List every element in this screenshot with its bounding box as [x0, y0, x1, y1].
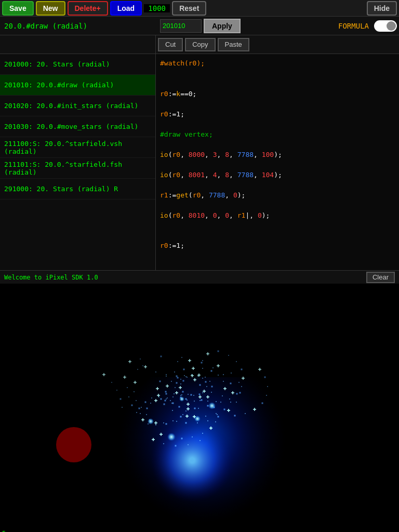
list-item[interactable]: 291000: 20. Stars (radial) R [0, 179, 155, 200]
list-container: 201000: 20. Stars (radial)201010: 20.0.#… [0, 54, 155, 200]
list-item[interactable]: 201000: 20. Stars (radial) [0, 54, 155, 75]
list-item[interactable]: 211101:S: 20.0.^starfield.fsh (radial) [0, 158, 155, 179]
save-button[interactable]: Save [2, 1, 34, 16]
formula-label: FORMULA [338, 22, 369, 30]
status-bar: Welcome to iPixel SDK 1.0 Clear [0, 270, 399, 284]
clear-button[interactable]: Clear [366, 272, 395, 283]
apply-button[interactable]: Apply [204, 19, 241, 33]
status-message: Welcome to iPixel SDK 1.0 [4, 274, 98, 281]
list-item[interactable]: 201010: 20.0.#draw (radial) [0, 75, 155, 96]
main-canvas [0, 284, 399, 532]
toggle-knob [387, 21, 396, 31]
search-input[interactable] [0, 35, 155, 54]
node-label: 20.0.#draw (radial) [2, 22, 158, 30]
right-panel: Cut Copy Paste #watch(r0); r0:=k==0; r0:… [156, 35, 399, 270]
cut-button[interactable]: Cut [158, 38, 183, 51]
main-toolbar: Save New Delete+ Load 1000 Reset Hide [0, 0, 399, 17]
canvas-area: 5 0.016 60.0 [0, 284, 399, 532]
paste-button[interactable]: Paste [218, 38, 249, 51]
reset-button[interactable]: Reset [172, 1, 206, 16]
node-id-input[interactable] [160, 19, 202, 33]
copy-button[interactable]: Copy [185, 38, 215, 51]
search-area [0, 35, 155, 54]
main-area: 201000: 20. Stars (radial)201010: 20.0.#… [0, 35, 399, 270]
second-toolbar: 20.0.#draw (radial) Apply FORMULA [0, 17, 399, 35]
code-display[interactable]: #watch(r0); r0:=k==0; r0:=1; #draw verte… [156, 54, 399, 270]
edit-toolbar: Cut Copy Paste [156, 35, 399, 54]
list-item[interactable]: 211100:S: 20.0.^starfield.vsh (radial) [0, 137, 155, 158]
new-button[interactable]: New [36, 1, 65, 16]
delete-button[interactable]: Delete+ [68, 1, 108, 16]
list-item[interactable]: 201020: 20.0.#init_stars (radial) [0, 96, 155, 116]
list-item[interactable]: 201030: 20.0.#move_stars (radial) [0, 116, 155, 137]
value-display: 1000 [144, 4, 170, 12]
load-button[interactable]: Load [110, 1, 142, 16]
hide-button[interactable]: Hide [367, 1, 397, 16]
formula-toggle[interactable] [374, 20, 397, 32]
left-panel: 201000: 20. Stars (radial)201010: 20.0.#… [0, 35, 156, 270]
code-editor-area[interactable]: #watch(r0); r0:=k==0; r0:=1; #draw verte… [156, 54, 399, 270]
